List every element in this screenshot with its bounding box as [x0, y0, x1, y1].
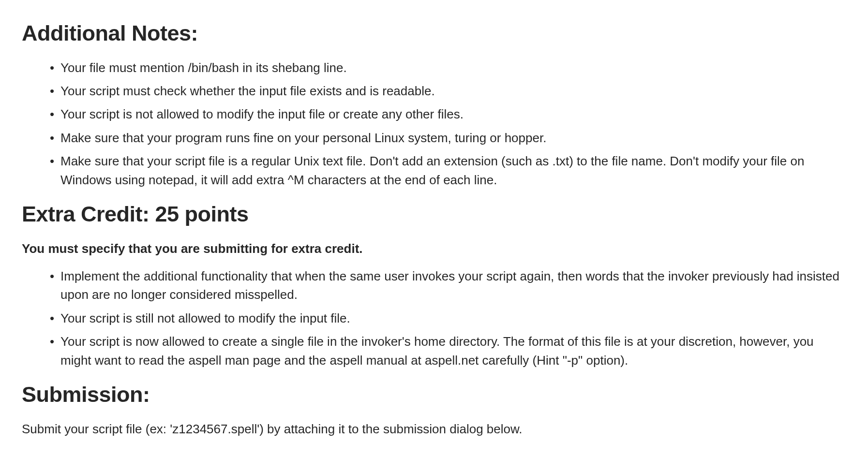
- extra-credit-list: Implement the additional functionality t…: [22, 267, 846, 369]
- list-item: Make sure that your script file is a reg…: [60, 152, 846, 189]
- list-item: Your script is still not allowed to modi…: [60, 309, 846, 327]
- submission-text: Submit your script file (ex: 'z1234567.s…: [22, 420, 846, 439]
- list-item: Make sure that your program runs fine on…: [60, 129, 846, 147]
- list-item: Your script must check whether the input…: [60, 82, 846, 100]
- extra-credit-note: You must specify that you are submitting…: [22, 239, 846, 258]
- submission-heading: Submission:: [22, 378, 846, 411]
- list-item: Your file must mention /bin/bash in its …: [60, 59, 846, 77]
- extra-credit-heading: Extra Credit: 25 points: [22, 198, 846, 231]
- additional-notes-list: Your file must mention /bin/bash in its …: [22, 59, 846, 190]
- list-item: Implement the additional functionality t…: [60, 267, 846, 304]
- list-item: Your script is now allowed to create a s…: [60, 332, 846, 369]
- additional-notes-heading: Additional Notes:: [22, 17, 846, 50]
- list-item: Your script is not allowed to modify the…: [60, 105, 846, 123]
